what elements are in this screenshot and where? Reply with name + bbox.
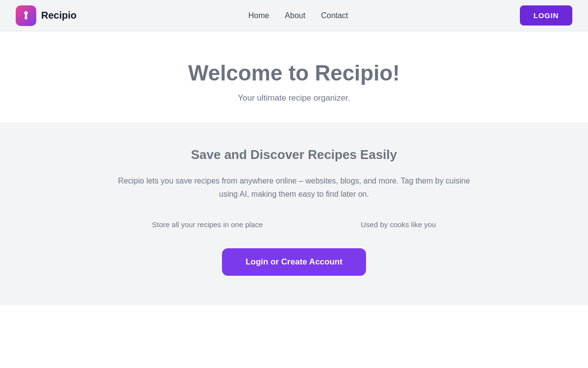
feature-item-2: Used by cooks like you (361, 220, 436, 229)
feature-description: Recipio lets you save recipes from anywh… (108, 174, 480, 201)
login-button[interactable]: LOGIN (520, 5, 572, 26)
feature-title: Save and Discover Recipes Easily (10, 147, 578, 162)
logo-area: Recipio (16, 5, 76, 26)
nav-contact[interactable]: Contact (321, 11, 348, 20)
hero-subtitle: Your ultimate recipe organizer. (10, 93, 578, 103)
feature-item-1: Store all your recipes in one place (152, 220, 263, 229)
hero-title: Welcome to Recipio! (10, 61, 578, 85)
cta-button[interactable]: Login or Create Account (222, 248, 366, 276)
hero-section: Welcome to Recipio! Your ultimate recipe… (0, 31, 588, 123)
header: Recipio Home About Contact LOGIN (0, 0, 588, 31)
feature-section: Save and Discover Recipes Easily Recipio… (0, 123, 588, 305)
svg-point-0 (25, 12, 27, 14)
nav-about[interactable]: About (285, 11, 305, 20)
white-spacer (0, 305, 588, 368)
logo-icon (16, 5, 36, 26)
main-nav: Home About Contact (248, 11, 348, 20)
nav-home[interactable]: Home (248, 11, 270, 20)
feature-items: Store all your recipes in one place Used… (10, 220, 578, 229)
logo-text: Recipio (41, 10, 76, 21)
